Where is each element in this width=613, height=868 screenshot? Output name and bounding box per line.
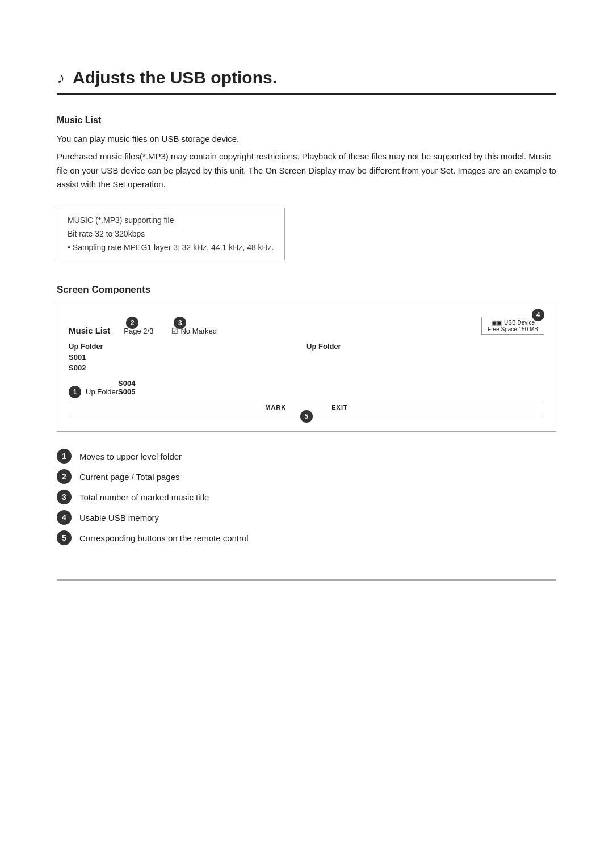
legend-item-4: 4 Usable USB memory — [57, 510, 556, 525]
legend-circle-5: 5 — [57, 530, 72, 545]
diagram-bottom-files: S004 S005 — [118, 379, 135, 396]
legend-circle-2: 2 — [57, 469, 72, 484]
legend-circle-4: 4 — [57, 510, 72, 525]
diagram-files-left: Up Folder S001 S002 — [69, 341, 306, 373]
diagram-music-list-label: Music List — [69, 326, 110, 335]
info-box: MUSIC (*.MP3) supporting file Bit rate 3… — [57, 208, 285, 260]
legend-circle-3: 3 — [57, 490, 72, 504]
info-line2: Bit rate 32 to 320kbps — [68, 227, 274, 241]
file-right-0: Up Folder — [306, 341, 544, 352]
bottom-file-1: S005 — [118, 387, 135, 396]
legend-item-3: 3 Total number of marked music title — [57, 490, 556, 504]
usb-device-block: 4 ▣▣ USB Device Free Space 150 MB — [481, 313, 544, 335]
legend-circle-1: 1 — [57, 449, 72, 464]
usb-device-icon: ▣▣ — [491, 319, 504, 326]
music-list-para1: You can play music files on USB storage … — [57, 132, 556, 146]
circle-1: 1 — [69, 386, 81, 398]
bottom-file-0: S004 — [118, 379, 135, 387]
music-note-icon: ♪ — [57, 69, 65, 87]
legend-text-4: Usable USB memory — [79, 513, 159, 523]
page: ♪ Adjusts the USB options. Music List Yo… — [0, 0, 613, 626]
music-list-para2: Purchased music files(*.MP3) may contain… — [57, 150, 556, 192]
legend-text-2: Current page / Total pages — [79, 472, 180, 482]
page-title: ♪ Adjusts the USB options. — [57, 68, 556, 95]
file-left-1: S001 — [69, 352, 306, 363]
legend-item-2: 2 Current page / Total pages — [57, 469, 556, 484]
music-list-section: Music List You can play music files on U… — [57, 115, 556, 192]
circle-2: 2 — [126, 317, 138, 329]
file-left-0: Up Folder — [69, 341, 306, 352]
legend-item-5: 5 Corresponding buttons on the remote co… — [57, 530, 556, 545]
folder-label: Up Folder — [86, 387, 118, 396]
diagram-folder-left: 1 Up Folder — [86, 387, 118, 396]
diagram-bottom: 1 Up Folder S004 S005 — [69, 379, 544, 396]
circle-5: 5 — [300, 410, 313, 423]
usb-device-label: USB Device — [504, 319, 535, 326]
music-list-heading: Music List — [57, 115, 556, 125]
screen-diagram: Music List 2 Page 2/3 3 — [57, 304, 556, 432]
legend-list: 1 Moves to upper level folder 2 Current … — [57, 449, 556, 545]
screen-components-section: Screen Components Music List 2 Page 2/3 — [57, 284, 556, 545]
diagram-file-columns: Up Folder S001 S002 Up Folder — [69, 341, 544, 373]
diagram-nomark-block: 3 ☑ No Marked — [171, 317, 217, 335]
usb-free-space: Free Space 150 MB — [488, 326, 538, 332]
diagram-files-right: Up Folder — [306, 341, 544, 373]
circle-4: 4 — [532, 309, 544, 321]
legend-text-3: Total number of marked music title — [79, 492, 209, 502]
legend-text-1: Moves to upper level folder — [79, 452, 182, 461]
file-left-2: S002 — [69, 363, 306, 373]
mark-button-label: MARK — [265, 404, 286, 411]
legend-item-1: 1 Moves to upper level folder — [57, 449, 556, 464]
title-text: Adjusts the USB options. — [73, 68, 277, 87]
legend-text-5: Corresponding buttons on the remote cont… — [79, 533, 249, 543]
screen-components-heading: Screen Components — [57, 284, 556, 296]
exit-button-label: EXIT — [331, 404, 347, 411]
bottom-rule — [57, 579, 556, 581]
info-line3: • Sampling rate MPEG1 layer 3: 32 kHz, 4… — [68, 241, 274, 255]
diagram-page-block: 2 Page 2/3 — [124, 317, 153, 335]
circle-3: 3 — [174, 317, 186, 329]
info-line1: MUSIC (*.MP3) supporting file — [68, 214, 274, 227]
diagram-button-bar: MARK EXIT 5 — [69, 401, 544, 414]
